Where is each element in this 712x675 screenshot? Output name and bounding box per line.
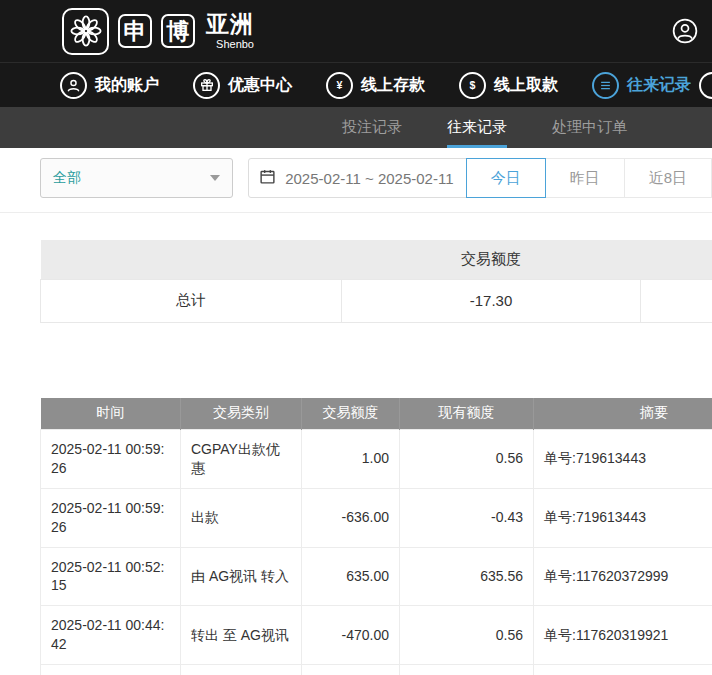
nav-item-label: 往来记录 xyxy=(627,75,691,96)
records-icon xyxy=(592,72,619,99)
quick-filter-today[interactable]: 今日 xyxy=(466,158,546,198)
nav-item-promotions[interactable]: 优惠中心 xyxy=(193,72,292,99)
withdraw-icon: $ xyxy=(459,72,486,99)
cell-type: 转出 至 AG视讯 xyxy=(181,606,302,665)
transaction-row: 2025-02-11 00:44:22 CGPAY-CG钱包支付笔笔送优惠 2.… xyxy=(41,665,712,675)
cell-type: CGPAY-CG钱包支付笔笔送优惠 xyxy=(181,665,302,675)
nav-item-records[interactable]: 往来记录 xyxy=(592,72,691,99)
cell-time: 2025-02-11 00:59:26 xyxy=(41,488,181,547)
brand-region-text: 亚洲 xyxy=(206,13,254,36)
cell-type: CGPAY出款优惠 xyxy=(181,430,302,489)
account-avatar-icon[interactable] xyxy=(672,18,698,44)
svg-text:¥: ¥ xyxy=(337,79,343,91)
account-icon xyxy=(60,72,87,99)
cell-type: 由 AG视讯 转入 xyxy=(181,547,302,606)
cell-balance: -0.43 xyxy=(400,488,534,547)
cell-amount: 2.70 xyxy=(302,665,400,675)
tab-betting-records[interactable]: 投注记录 xyxy=(342,107,402,148)
quick-filter-last8days[interactable]: 近8日 xyxy=(624,158,712,198)
deposit-icon: ¥ xyxy=(326,72,353,99)
chevron-down-icon xyxy=(210,175,220,181)
date-range-value: 2025-02-11 ~ 2025-02-11 xyxy=(285,170,453,187)
main-nav: 我的账户 优惠中心 ¥ 线上存款 $ 线 xyxy=(0,62,712,107)
transactions-header-row: 时间 交易类别 交易额度 现有额度 摘要 xyxy=(41,398,712,430)
nav-item-label: 优惠中心 xyxy=(228,75,292,96)
cell-amount: 635.00 xyxy=(302,547,400,606)
summary-table: 交易额度 总计 -17.30 xyxy=(40,240,712,323)
summary-header-blank-2 xyxy=(641,240,712,279)
summary-total-row: 总计 -17.30 xyxy=(41,279,712,322)
cell-time: 2025-02-11 00:52:15 xyxy=(41,547,181,606)
cell-type: 出款 xyxy=(181,488,302,547)
nav-item-withdraw[interactable]: $ 线上取款 xyxy=(459,72,558,99)
cell-amount: -636.00 xyxy=(302,488,400,547)
filter-bar: 全部 2025-02-11 ~ 2025-02-11 今日 昨日 近8日 xyxy=(40,158,712,198)
svg-text:$: $ xyxy=(470,79,476,91)
summary-total-blank xyxy=(641,279,712,322)
calendar-icon xyxy=(259,168,276,188)
nav-item-label: 线上取款 xyxy=(494,75,558,96)
col-header-time: 时间 xyxy=(41,398,181,430)
col-header-type: 交易类别 xyxy=(181,398,302,430)
summary-total-value: -17.30 xyxy=(342,279,641,322)
cell-note: 单号:719613443 xyxy=(534,488,712,547)
col-header-balance: 现有额度 xyxy=(400,398,534,430)
transactions-section: 时间 交易类别 交易额度 现有额度 摘要 2025-02-11 00:59:26… xyxy=(40,398,712,675)
brand-char-1: 申 xyxy=(118,14,152,48)
transaction-row: 2025-02-11 00:52:15 由 AG视讯 转入 635.00 635… xyxy=(41,547,712,606)
brand-logo[interactable]: 申 博 亚洲 Shenbo xyxy=(62,8,254,55)
cell-note: 单号:117620372999 xyxy=(534,547,712,606)
summary-header-amount: 交易额度 xyxy=(342,240,641,279)
brand-region: 亚洲 Shenbo xyxy=(206,13,254,50)
tab-transaction-records[interactable]: 往来记录 xyxy=(447,107,507,148)
nav-item-my-account[interactable]: 我的账户 xyxy=(60,72,159,99)
nav-item-deposit[interactable]: ¥ 线上存款 xyxy=(326,72,425,99)
top-bar: 申 博 亚洲 Shenbo xyxy=(0,0,712,62)
nav-more-icon[interactable] xyxy=(699,72,712,99)
cell-amount: -470.00 xyxy=(302,606,400,665)
cell-balance: 635.56 xyxy=(400,547,534,606)
sub-nav: 投注记录 往来记录 处理中订单 xyxy=(0,107,712,148)
col-header-amount: 交易额度 xyxy=(302,398,400,430)
transaction-row: 2025-02-11 00:59:26 出款 -636.00 -0.43 单号:… xyxy=(41,488,712,547)
type-filter-value: 全部 xyxy=(53,169,81,187)
nav-item-label: 线上存款 xyxy=(361,75,425,96)
type-filter-dropdown[interactable]: 全部 xyxy=(40,158,233,198)
cell-note: 单号:117620319921 xyxy=(534,606,712,665)
cell-note: 单号:719613443 xyxy=(534,430,712,489)
transactions-body: 2025-02-11 00:59:26 CGPAY出款优惠 1.00 0.56 … xyxy=(41,430,712,675)
cell-time: 2025-02-11 00:44:42 xyxy=(41,606,181,665)
quick-filter-yesterday[interactable]: 昨日 xyxy=(545,158,625,198)
tab-processing-orders[interactable]: 处理中订单 xyxy=(552,107,627,148)
summary-header-blank xyxy=(41,240,342,279)
transaction-row: 2025-02-11 00:59:26 CGPAY出款优惠 1.00 0.56 … xyxy=(41,430,712,489)
cell-balance: 0.56 xyxy=(400,430,534,489)
cell-balance: 470.56 xyxy=(400,665,534,675)
date-range-picker[interactable]: 2025-02-11 ~ 2025-02-11 xyxy=(248,158,466,198)
cell-amount: 1.00 xyxy=(302,430,400,489)
summary-total-label: 总计 xyxy=(41,279,342,322)
cell-time: 2025-02-11 00:59:26 xyxy=(41,430,181,489)
nav-item-label: 我的账户 xyxy=(95,75,159,96)
transaction-row: 2025-02-11 00:44:42 转出 至 AG视讯 -470.00 0.… xyxy=(41,606,712,665)
col-header-note: 摘要 xyxy=(534,398,712,430)
transactions-table: 时间 交易类别 交易额度 现有额度 摘要 2025-02-11 00:59:26… xyxy=(40,398,712,675)
brand-char-2: 博 xyxy=(161,14,195,48)
promo-icon xyxy=(193,72,220,99)
cell-note: 单号:202502113868179729 xyxy=(534,665,712,675)
cell-time: 2025-02-11 00:44:22 xyxy=(41,665,181,675)
summary-header-row: 交易额度 xyxy=(41,240,712,279)
cell-balance: 0.56 xyxy=(400,606,534,665)
section-divider xyxy=(0,212,712,213)
brand-subtitle: Shenbo xyxy=(216,39,254,50)
flower-logo-icon xyxy=(62,8,109,55)
